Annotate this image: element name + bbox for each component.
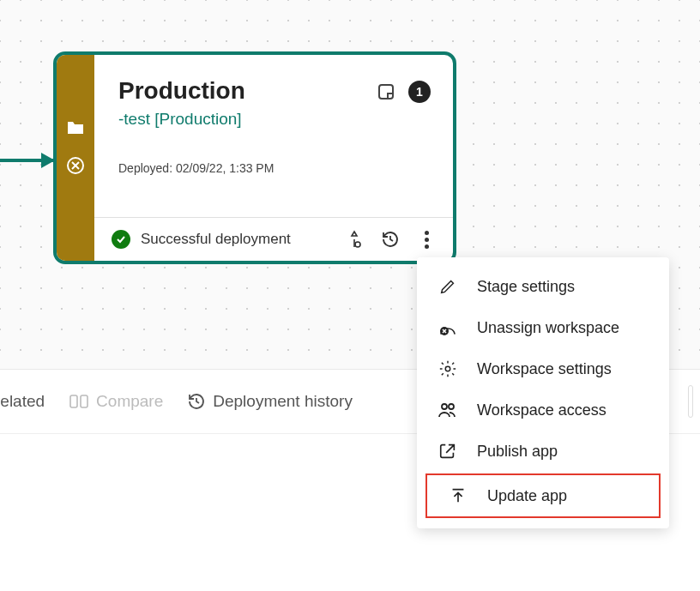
svg-point-4 (445, 366, 450, 371)
deployment-rules-icon[interactable] (345, 230, 364, 249)
folder-icon (66, 120, 85, 139)
item-count-badge: 1 (408, 81, 431, 103)
pencil-icon (438, 276, 458, 297)
menu-label: Workspace settings (477, 360, 612, 378)
deployed-timestamp: Deployed: 02/09/22, 1:33 PM (118, 161, 429, 175)
deployment-status-text: Successful deployment (141, 231, 335, 248)
svg-rect-7 (70, 395, 77, 407)
menu-label: Unassign workspace (477, 319, 619, 337)
toolbar-right-button[interactable] (688, 385, 693, 418)
stage-context-menu: Stage settings Unassign workspace Worksp… (417, 257, 669, 528)
menu-stage-settings[interactable]: Stage settings (417, 266, 669, 307)
menu-label: Update app (487, 487, 567, 505)
toolbar-compare: Compare (69, 392, 163, 411)
toolbar-compare-label: Compare (96, 392, 163, 411)
more-options-button[interactable] (417, 231, 436, 249)
svg-rect-8 (81, 395, 88, 407)
callout-highlight: Update app (425, 473, 661, 518)
upload-icon (448, 485, 468, 506)
people-icon (438, 400, 458, 420)
toolbar-history-label: Deployment history (213, 392, 353, 411)
external-link-icon (438, 441, 458, 461)
toolbar-deployment-history[interactable]: Deployment history (187, 392, 353, 411)
menu-label: Workspace access (477, 401, 606, 419)
stage-main: 1 Production -test [Production] Deployed… (94, 55, 453, 217)
production-stage-card: 1 Production -test [Production] Deployed… (53, 51, 456, 264)
gear-icon (438, 359, 458, 379)
svg-rect-1 (379, 85, 393, 99)
stage-subtitle: -test [Production] (118, 110, 429, 129)
menu-unassign-workspace[interactable]: Unassign workspace (417, 307, 669, 348)
menu-update-app[interactable]: Update app (427, 475, 659, 516)
menu-label: Publish app (477, 443, 558, 461)
stage-body: 1 Production -test [Production] Deployed… (94, 55, 453, 261)
menu-workspace-access[interactable]: Workspace access (417, 389, 669, 431)
deploy-cycle-icon (66, 156, 85, 178)
menu-publish-app[interactable]: Publish app (417, 431, 669, 472)
unassign-icon (438, 317, 458, 338)
menu-workspace-settings[interactable]: Workspace settings (417, 348, 669, 389)
success-check-icon (112, 230, 130, 249)
toolbar-related[interactable]: related (0, 392, 45, 411)
note-icon[interactable] (376, 81, 396, 102)
stage-footer: Successful deployment (94, 217, 453, 261)
history-icon[interactable] (381, 230, 400, 249)
stage-rail (57, 55, 94, 261)
menu-label: Stage settings (477, 278, 575, 296)
svg-point-5 (442, 404, 447, 409)
svg-point-6 (449, 404, 454, 409)
